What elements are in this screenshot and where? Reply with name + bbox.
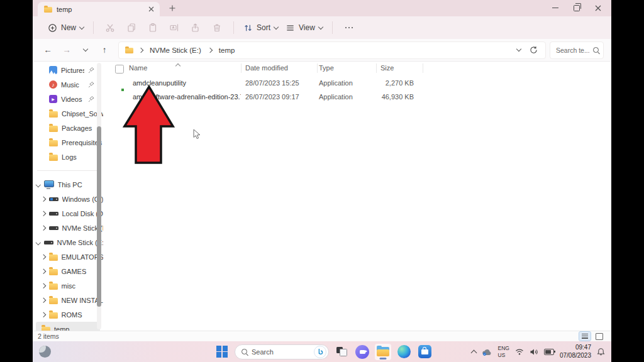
tab-close-icon[interactable] <box>146 4 156 14</box>
column-header-size[interactable]: Size <box>380 64 394 72</box>
details-view-toggle[interactable] <box>579 332 591 341</box>
breadcrumb-folder[interactable]: temp <box>218 46 236 55</box>
refresh-button[interactable] <box>530 46 538 54</box>
rename-icon <box>169 23 179 33</box>
sidebar-item-local-disk-d[interactable]: Local Disk (D:) <box>33 206 103 221</box>
chevron-collapsed-icon[interactable] <box>41 312 46 317</box>
wifi-icon <box>515 348 524 355</box>
column-header-name[interactable]: Name <box>129 64 147 72</box>
sidebar-scrollbar-thumb[interactable] <box>97 126 101 307</box>
search-box[interactable] <box>550 41 604 59</box>
sort-button[interactable]: Sort <box>240 21 282 35</box>
chat-button[interactable] <box>354 344 370 360</box>
chevron-collapsed-icon[interactable] <box>41 255 46 260</box>
taskbar-search[interactable]: Search <box>235 344 329 359</box>
column-header-date-modified[interactable]: Date modified <box>245 64 288 72</box>
sidebar-item-temp-selected[interactable]: temp <box>36 322 100 331</box>
address-dropdown-button[interactable] <box>517 49 521 51</box>
forward-button[interactable]: → <box>59 43 74 58</box>
new-button[interactable]: New <box>44 21 87 35</box>
taskbar-clock[interactable]: 09:47 07/08/2023 <box>560 344 591 359</box>
column-divider[interactable] <box>376 63 377 73</box>
ellipsis-icon <box>345 27 353 29</box>
onedrive-button[interactable] <box>482 348 492 356</box>
sidebar-item-emulators[interactable]: EMULATORS <box>33 250 103 264</box>
column-divider[interactable] <box>423 63 423 73</box>
chevron-expanded-icon[interactable] <box>36 182 41 187</box>
copy-button[interactable] <box>122 19 141 36</box>
cut-icon <box>105 23 115 33</box>
volume-button[interactable] <box>530 348 538 356</box>
recent-locations-button[interactable] <box>78 43 93 58</box>
view-button[interactable]: View <box>282 21 326 35</box>
close-button[interactable] <box>587 0 609 16</box>
delete-button[interactable] <box>208 19 226 36</box>
search-input[interactable] <box>555 46 591 55</box>
up-button[interactable]: ↑ <box>97 43 112 58</box>
start-button[interactable] <box>214 344 230 360</box>
sidebar-item-label: temp <box>54 326 100 331</box>
microsoft-store-button[interactable] <box>416 344 433 360</box>
sidebar-item-music[interactable]: ♪ Music <box>33 77 103 92</box>
column-divider[interactable] <box>241 63 242 73</box>
new-tab-button[interactable] <box>166 2 179 14</box>
breadcrumb-drive[interactable]: NVMe Stick (E:) <box>148 46 203 55</box>
explorer-body: Pictures ♪ Music ▶ Videos Chipset_Softwa… <box>33 62 611 331</box>
chevron-expanded-icon[interactable] <box>36 240 41 245</box>
paste-button[interactable] <box>143 19 162 36</box>
windows-logo-icon <box>216 346 228 358</box>
file-row-amdcleanuputility[interactable]: amdcleanuputility 28/07/2023 15:25 Appli… <box>103 77 430 90</box>
chevron-up-icon <box>470 349 477 356</box>
chevron-collapsed-icon[interactable] <box>41 283 46 288</box>
sidebar-item-roms[interactable]: ROMS <box>33 307 103 322</box>
minimize-button[interactable] <box>545 0 566 16</box>
chevron-collapsed-icon[interactable] <box>41 298 46 303</box>
back-button[interactable]: ← <box>40 43 55 58</box>
sidebar-item-this-pc[interactable]: This PC <box>33 177 103 192</box>
sidebar-item-new-install[interactable]: NEW INSTALL <box>33 293 103 307</box>
column-header-type[interactable]: Type <box>319 64 334 72</box>
sidebar-item-chipset-software[interactable]: Chipset_Softwar <box>33 106 103 121</box>
sidebar-item-windows-c[interactable]: Windows (C:) <box>33 192 103 206</box>
sidebar-item-logs[interactable]: Logs <box>33 150 103 164</box>
hidden-icons-button[interactable] <box>472 349 476 355</box>
sidebar-item-videos[interactable]: ▶ Videos <box>33 92 103 106</box>
sidebar-item-games[interactable]: GAMES <box>33 264 103 278</box>
select-all-checkbox[interactable] <box>115 65 124 74</box>
rename-button[interactable] <box>165 19 184 36</box>
language-indicator[interactable]: ENG US <box>498 345 509 358</box>
explorer-tab-temp[interactable]: temp <box>38 2 160 16</box>
task-view-button[interactable] <box>333 344 350 360</box>
large-icons-view-icon <box>596 333 603 340</box>
chevron-collapsed-icon[interactable] <box>41 269 46 274</box>
chevron-collapsed-icon[interactable] <box>41 211 46 216</box>
file-date-modified: 26/07/2023 09:17 <box>245 93 299 101</box>
column-divider[interactable] <box>317 63 318 73</box>
sidebar-item-prerequisites[interactable]: Prerequisites <box>33 135 103 150</box>
sidebar-item-misc[interactable]: misc <box>33 278 103 293</box>
sidebar-item-label: NVMe Stick (E:) <box>57 239 104 246</box>
task-view-icon <box>336 347 347 356</box>
sidebar-item-nvme-stick-e-tree[interactable]: NVMe Stick (E:) <box>33 235 103 250</box>
chevron-collapsed-icon[interactable] <box>41 226 46 231</box>
wifi-button[interactable] <box>515 348 524 355</box>
file-explorer-button[interactable] <box>375 344 391 360</box>
widgets-weather-icon[interactable] <box>39 346 51 358</box>
maximize-restore-button[interactable] <box>566 0 587 16</box>
pin-icon <box>88 67 94 74</box>
share-button[interactable] <box>186 19 205 36</box>
file-row-amd-software-adrenalin[interactable]: amd-software-adrenalin-edition-23.7.2-mi… <box>103 90 430 104</box>
sidebar-item-packages[interactable]: Packages <box>33 121 103 135</box>
large-icons-view-toggle[interactable] <box>594 332 605 341</box>
edge-button[interactable] <box>396 344 412 360</box>
battery-button[interactable] <box>544 349 554 355</box>
sidebar-item-pictures[interactable]: Pictures <box>33 63 103 77</box>
cut-button[interactable] <box>101 19 119 36</box>
breadcrumb[interactable]: NVMe Stick (E:) temp <box>118 41 546 59</box>
window-titlebar[interactable]: temp <box>33 0 611 16</box>
folder-icon <box>49 111 58 118</box>
sidebar-item-nvme-stick-e[interactable]: NVMe Stick (E: <box>33 221 103 235</box>
chevron-collapsed-icon[interactable] <box>41 197 46 202</box>
notifications-button[interactable] <box>597 348 605 356</box>
more-options-button[interactable] <box>340 19 358 36</box>
